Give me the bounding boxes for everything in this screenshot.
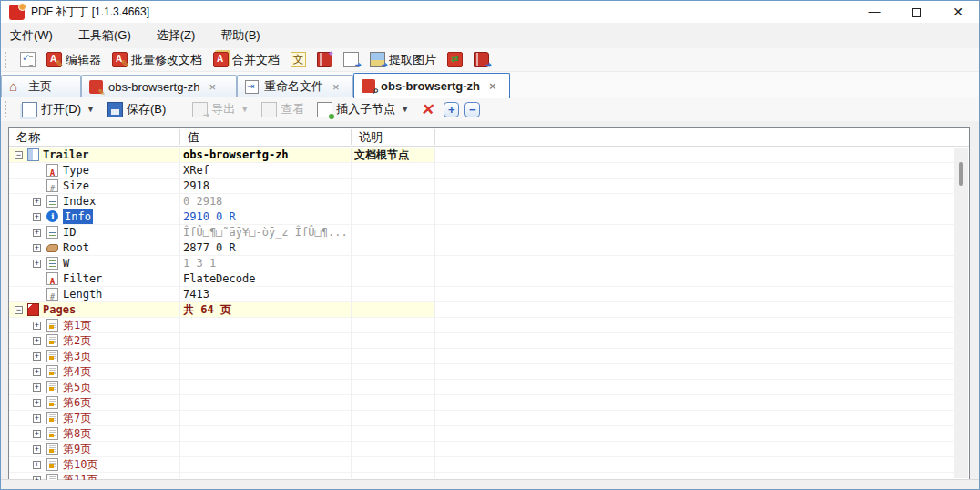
node-name[interactable]: Pages: [43, 302, 76, 317]
node-name[interactable]: 第5页: [63, 380, 91, 394]
scrollbar-thumb[interactable]: [959, 162, 963, 186]
toolbar-button-批量修改文档[interactable]: 批量修改文档: [108, 50, 206, 70]
node-name[interactable]: ID: [63, 225, 76, 240]
minimize-button[interactable]: —: [853, 1, 895, 23]
node-name[interactable]: 第8页: [63, 426, 91, 441]
tab-obs-browsertg-zh[interactable]: obs-browsertg-zh×: [81, 75, 237, 97]
tab-主页[interactable]: ⌂主页: [1, 75, 81, 97]
node-name[interactable]: 第4页: [63, 364, 91, 379]
open-button[interactable]: 打开(D) ▼: [18, 99, 98, 119]
collapse-minus-icon[interactable]: −: [15, 151, 23, 159]
menu-item-0[interactable]: 文件(W): [10, 27, 53, 44]
node-name[interactable]: Size: [63, 179, 89, 193]
expand-plus-icon[interactable]: +: [33, 399, 41, 407]
expand-plus-icon[interactable]: +: [33, 476, 41, 480]
node-name[interactable]: 第10页: [63, 457, 97, 472]
node-name[interactable]: 第1页: [63, 318, 91, 332]
menu-item-2[interactable]: 选择(Z): [157, 27, 196, 44]
column-header-name[interactable]: 名称: [9, 128, 179, 147]
toolbar-button-合并文档[interactable]: 合并文档: [209, 50, 283, 70]
table-row-Trailer[interactable]: −Trailerobs-browsertg-zh文档根节点: [9, 148, 954, 163]
open-dropdown-caret[interactable]: ▼: [87, 105, 95, 114]
toolbar-button-提取图片[interactable]: 提取图片: [366, 50, 440, 70]
node-name[interactable]: Info: [63, 209, 93, 224]
table-row-Type[interactable]: ATypeXRef: [9, 163, 954, 179]
expand-plus-icon[interactable]: +: [33, 461, 41, 469]
table-row-Root[interactable]: +Root2877 0 R: [9, 240, 954, 256]
table-row-第10页[interactable]: +第10页: [9, 457, 954, 473]
expand-plus-icon[interactable]: +: [33, 244, 41, 252]
table-row-第4页[interactable]: +第4页: [9, 364, 954, 380]
tab-close-icon[interactable]: ×: [332, 80, 340, 94]
toolbar-button-book-export-icon[interactable]: [470, 50, 493, 69]
column-resize-handle[interactable]: [434, 129, 435, 145]
table-row-第5页[interactable]: +第5页: [9, 380, 954, 395]
expand-plus-icon[interactable]: +: [33, 368, 41, 376]
node-name[interactable]: 第7页: [63, 411, 91, 425]
insert-dropdown-caret[interactable]: ▼: [401, 105, 409, 114]
column-header-desc[interactable]: 说明: [352, 128, 435, 147]
expand-plus-icon[interactable]: +: [33, 414, 41, 423]
toolbar-button-编辑器[interactable]: 编辑器: [43, 50, 105, 70]
expand-plus-icon[interactable]: +: [33, 445, 41, 454]
column-resize-handle[interactable]: [351, 129, 352, 145]
node-name[interactable]: W: [63, 256, 69, 271]
expand-plus-icon[interactable]: +: [33, 337, 41, 345]
table-row-ID[interactable]: +IDÎfÛ□¶□˜āȳ¥□-òȳ_z ÎfÛ□¶...: [9, 225, 954, 240]
collapse-all-button[interactable]: −: [464, 102, 480, 117]
toolbar-button-doc-export-icon[interactable]: [340, 50, 362, 69]
toolbar-button-pdf-convert-icon[interactable]: [444, 50, 466, 69]
toolbar-button-doc-info-wen-icon[interactable]: 文: [287, 50, 310, 69]
table-row-第2页[interactable]: +第2页: [9, 333, 954, 349]
table-row-Pages[interactable]: −Pages共 64 页: [9, 302, 954, 318]
expand-plus-icon[interactable]: +: [33, 352, 41, 361]
table-row-第8页[interactable]: +第8页: [9, 426, 954, 442]
node-name[interactable]: 第2页: [63, 333, 91, 348]
node-name[interactable]: 第6页: [63, 395, 91, 410]
node-name[interactable]: Type: [63, 163, 89, 178]
expand-all-button[interactable]: +: [444, 102, 459, 117]
node-name[interactable]: 第9页: [63, 442, 91, 456]
expand-plus-icon[interactable]: +: [33, 198, 41, 206]
expand-plus-icon[interactable]: +: [33, 229, 41, 237]
table-row-Filter[interactable]: AFilterFlateDecode: [9, 271, 954, 287]
collapse-minus-icon[interactable]: −: [15, 306, 23, 314]
node-name[interactable]: Filter: [63, 271, 102, 286]
node-name[interactable]: 第3页: [63, 349, 91, 363]
node-name[interactable]: Root: [63, 240, 89, 255]
expand-plus-icon[interactable]: +: [33, 322, 41, 330]
tab-close-icon[interactable]: ×: [489, 79, 496, 93]
table-row-Info[interactable]: +Info2910 0 R: [9, 209, 954, 225]
menu-item-3[interactable]: 帮助(B): [220, 27, 260, 44]
tab-close-icon[interactable]: ×: [209, 80, 216, 94]
close-button[interactable]: ✕: [937, 1, 979, 23]
insert-child-node-button[interactable]: 插入子节点 ▼: [313, 99, 413, 119]
delete-node-button[interactable]: ✕: [418, 98, 438, 121]
table-row-第3页[interactable]: +第3页: [9, 349, 954, 364]
save-button[interactable]: 保存(B): [104, 99, 169, 119]
tab-obs-browsertg-zh[interactable]: obs-browsertg-zh×: [353, 73, 510, 98]
node-name[interactable]: 第11页: [63, 473, 97, 480]
table-row-第1页[interactable]: +第1页: [9, 318, 954, 333]
column-header-value[interactable]: 值: [180, 128, 351, 147]
expand-plus-icon[interactable]: +: [33, 260, 41, 268]
table-row-Size[interactable]: #Size2918: [9, 179, 954, 194]
table-row-Length[interactable]: #Length7413: [9, 287, 954, 302]
menu-item-1[interactable]: 工具箱(G): [78, 27, 131, 44]
table-row-第6页[interactable]: +第6页: [9, 395, 954, 411]
maximize-button[interactable]: [895, 1, 937, 23]
toolbar-button-select-list-icon[interactable]: [16, 50, 39, 69]
expand-plus-icon[interactable]: +: [33, 383, 41, 392]
table-row-Index[interactable]: +Index0 2918: [9, 194, 954, 209]
tab-重命名文件[interactable]: 重命名文件×: [237, 75, 353, 97]
table-row-第7页[interactable]: +第7页: [9, 411, 954, 426]
table-row-第9页[interactable]: +第9页: [9, 442, 954, 457]
table-row-W[interactable]: +W1 3 1: [9, 256, 954, 271]
column-resize-handle[interactable]: [179, 129, 180, 145]
vertical-scrollbar[interactable]: [954, 148, 968, 478]
expand-plus-icon[interactable]: +: [33, 430, 41, 438]
toolbar-button-bookmark-icon[interactable]: [313, 50, 336, 69]
node-name[interactable]: Length: [63, 287, 102, 301]
expand-plus-icon[interactable]: +: [33, 213, 41, 221]
node-name[interactable]: Trailer: [43, 148, 89, 162]
